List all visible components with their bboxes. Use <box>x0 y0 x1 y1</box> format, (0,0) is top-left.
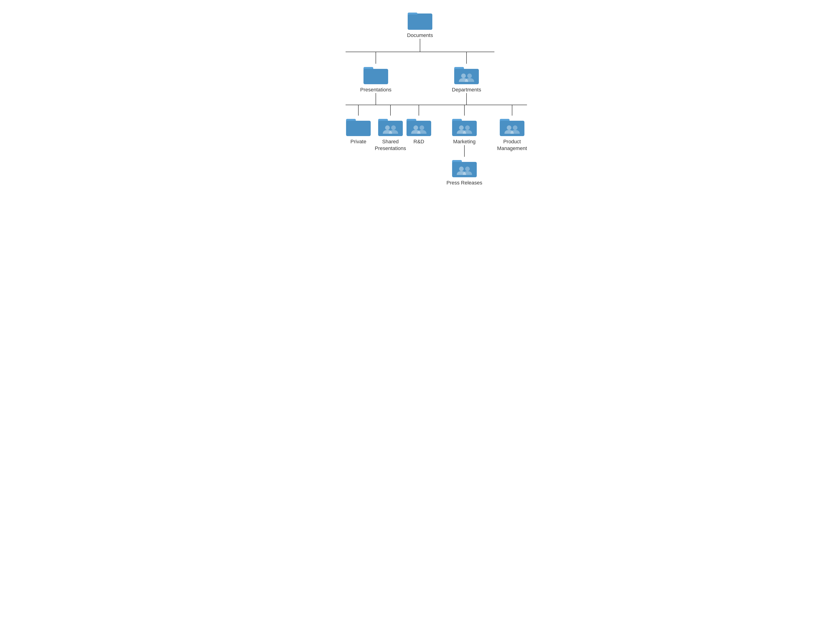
svg-rect-8 <box>378 121 403 136</box>
folder-documents-label: Documents <box>407 32 433 39</box>
svg-rect-6 <box>346 121 371 136</box>
folder-tree: Documents Presentations <box>304 9 536 186</box>
folder-marketing-icon <box>452 116 477 137</box>
folder-private-label: Private <box>350 139 366 145</box>
folder-marketing[interactable]: Marketing <box>452 116 477 145</box>
line-dept-up <box>466 52 467 64</box>
root-node: Documents <box>345 9 495 52</box>
folder-rd-label: R&D <box>414 139 424 145</box>
rd-column: R&D <box>406 105 432 145</box>
h-line-pres <box>345 105 406 105</box>
folder-product-management-label: ProductManagement <box>497 139 527 152</box>
folder-shared-presentations-icon <box>378 116 403 137</box>
h-line-level1 <box>345 52 495 52</box>
level1-row: Presentations <box>345 52 495 186</box>
folder-rd-icon <box>406 116 432 137</box>
line-pres-up <box>376 52 376 64</box>
presentations-branch: Presentations <box>345 52 406 152</box>
line-marketing-up <box>464 105 465 116</box>
dept-children-row: R&D <box>406 105 527 186</box>
svg-point-13 <box>461 73 466 78</box>
folder-departments[interactable]: Departments <box>452 64 481 93</box>
folder-private[interactable]: Private <box>345 116 371 145</box>
svg-point-22 <box>465 125 470 130</box>
folder-press-releases-label: Press Releases <box>446 180 482 186</box>
folder-product-management-icon <box>499 116 525 137</box>
svg-point-21 <box>459 125 464 130</box>
departments-branch: Departments <box>406 52 527 186</box>
folder-presentations-label: Presentations <box>360 87 392 93</box>
svg-point-9 <box>385 125 390 130</box>
folder-press-releases[interactable]: Press Releases <box>446 157 482 186</box>
private-column: Private <box>345 105 371 145</box>
svg-rect-28 <box>500 121 524 136</box>
svg-point-10 <box>391 125 396 130</box>
folder-press-releases-icon <box>452 157 477 178</box>
svg-point-26 <box>465 166 470 171</box>
svg-rect-2 <box>408 14 432 30</box>
svg-point-29 <box>507 125 511 130</box>
folder-departments-label: Departments <box>452 87 481 93</box>
svg-point-25 <box>459 166 464 171</box>
folder-departments-icon <box>454 64 479 85</box>
line-dept-down <box>466 93 467 105</box>
line-private-up <box>358 105 359 116</box>
svg-rect-4 <box>364 69 388 84</box>
svg-rect-12 <box>454 69 479 84</box>
svg-point-17 <box>414 125 418 130</box>
svg-point-30 <box>513 125 517 130</box>
line-product-mgmt-up <box>512 105 512 116</box>
line-docs-down <box>420 39 420 52</box>
line-rd-up <box>418 105 419 116</box>
product-mgmt-column: ProductManagement <box>497 105 527 152</box>
folder-documents[interactable]: Documents <box>407 9 433 39</box>
folder-shared-presentations-label: SharedPresentations <box>375 139 406 152</box>
svg-rect-24 <box>452 162 477 177</box>
folder-documents-icon <box>407 9 433 30</box>
folder-private-icon <box>345 116 371 137</box>
folder-product-management[interactable]: ProductManagement <box>497 116 527 152</box>
svg-rect-20 <box>452 121 477 136</box>
svg-point-18 <box>420 125 424 130</box>
folder-marketing-label: Marketing <box>453 139 476 145</box>
h-line-dept <box>406 105 527 105</box>
svg-rect-16 <box>406 121 431 136</box>
svg-point-14 <box>467 73 472 78</box>
folder-presentations-icon <box>363 64 389 85</box>
pres-children-row: Private <box>345 105 406 152</box>
line-pres-down <box>376 93 376 105</box>
line-shared-pres-up <box>390 105 391 116</box>
folder-rd[interactable]: R&D <box>406 116 432 145</box>
folder-presentations[interactable]: Presentations <box>360 64 392 93</box>
folder-shared-presentations[interactable]: SharedPresentations <box>375 116 406 152</box>
shared-pres-column: SharedPresentations <box>375 105 406 152</box>
marketing-column: Marketing <box>446 105 482 186</box>
line-marketing-down <box>464 145 465 157</box>
